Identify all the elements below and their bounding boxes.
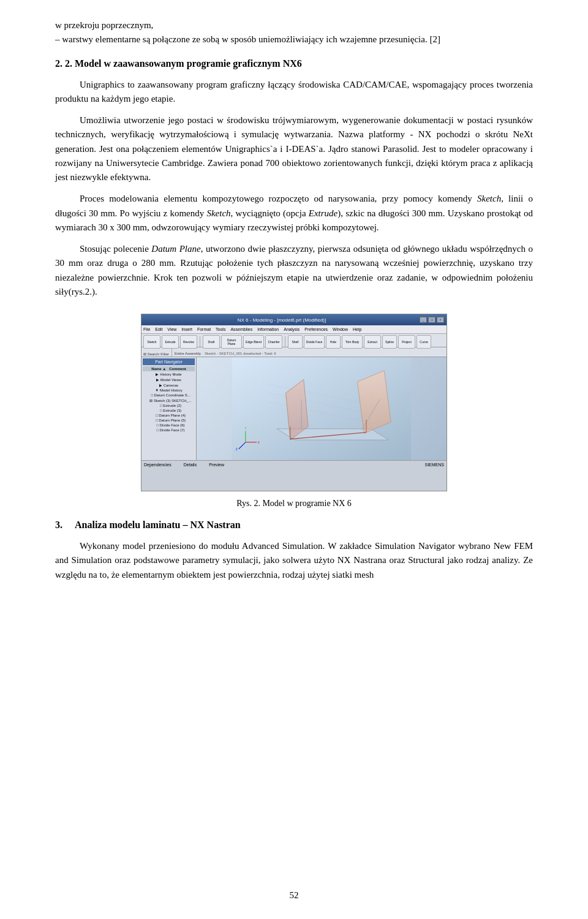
nx-menu-preferences: Preferences xyxy=(304,327,328,331)
nx-sidebar-item-2: ▶ Model Views xyxy=(143,377,195,382)
section2-number: 2. xyxy=(55,58,65,69)
nx-menu-window: Window xyxy=(333,327,348,331)
svg-text:Z: Z xyxy=(236,447,238,451)
nx-search-label: ⊞ Search↑Filter xyxy=(143,352,169,356)
figure-2-caption: Rys. 2. Model w programie NX 6 xyxy=(55,499,533,509)
nx-tool-chamfer: Chamfer xyxy=(265,335,282,349)
sketch-italic-1: Sketch xyxy=(477,194,501,203)
nx-sidebar-item-6: ⊞ Sketch (3) SKETCH_... xyxy=(143,398,195,403)
nx-sidebar: Part Navigator Name ▲ Comment ▶ History … xyxy=(141,357,197,460)
section2-para1-block: Unigraphics to zaawansowany program graf… xyxy=(55,78,533,107)
nx-siemens-label: SIEMENS xyxy=(424,463,444,467)
nx-details-text: Details xyxy=(184,463,197,467)
nx-sidebar-header: Part Navigator xyxy=(143,358,195,365)
nx-tool-spline: Spline xyxy=(382,335,397,349)
nx-entire-assembly-label: Entire Assembly xyxy=(175,352,201,355)
extrude-italic: Extrude xyxy=(309,208,337,218)
nx-menu-file: File xyxy=(143,327,150,331)
section2-para4: Stosując polecenie Datum Plane, utworzon… xyxy=(55,242,533,299)
nx-sidebar-item-9: □ Datum Plane (4) xyxy=(143,413,195,418)
nx-tool-trimbody: Trim Body xyxy=(342,335,363,349)
section3-para1: Wykonany model przeniesiono do modułu Ad… xyxy=(55,539,533,582)
section2-heading: 2. 2. Model w zaawansowanym programie gr… xyxy=(55,58,533,69)
section2-para1-text: Unigraphics to zaawansowany program graf… xyxy=(55,80,533,104)
section2-para3: Proces modelowania elementu kompozytoweg… xyxy=(55,192,533,235)
svg-text:Y: Y xyxy=(244,426,247,430)
nx-status-text: Dependencies xyxy=(144,463,172,467)
nx-sidebar-item-12: □ Divide Face (7) xyxy=(143,428,195,433)
nx-maximize-btn: □ xyxy=(428,317,435,323)
section2-para2: Umożliwia utworzenie jego postaci w środ… xyxy=(55,113,533,184)
nx-sidebar-item-1: ▶ History Mode xyxy=(143,371,195,377)
nx-tool-draft: Draft xyxy=(203,335,220,349)
nx-tool-dividef: Divide Face xyxy=(304,335,325,349)
nx-sidebar-item-7: □ Extrude (2) xyxy=(143,403,195,408)
page: w przekroju poprzecznym, – warstwy eleme… xyxy=(0,0,588,919)
nx-title-text: NX 6 - Modeling - [model6.prt (Modified)… xyxy=(144,317,420,323)
nx-viewport: X Y Z xyxy=(197,357,447,460)
section2-para1: Unigraphics to zaawansowany program graf… xyxy=(55,78,533,107)
figure-2-container: NX 6 - Modeling - [model6.prt (Modified)… xyxy=(55,314,533,509)
section3-para1-block: Wykonany model przeniesiono do modułu Ad… xyxy=(55,539,533,582)
nx-3d-view: X Y Z xyxy=(197,357,447,460)
section2-title: 2. Model w zaawansowanym programie grafi… xyxy=(65,58,302,69)
nx-menu-information: Information xyxy=(257,327,279,331)
nx-sidebar-item-11: □ Divide Face (6) xyxy=(143,423,195,428)
nx-sketch-info: Sketch - SKETCH_001 deselected - Total: … xyxy=(205,352,276,355)
nx-sidebar-item-0: Name ▲ Comment xyxy=(143,366,195,371)
sketch-italic-2: Sketch xyxy=(206,208,230,218)
nx-tool-project: Project xyxy=(398,335,415,349)
nx-content-area: Part Navigator Name ▲ Comment ▶ History … xyxy=(141,357,447,460)
datum-plane-italic: Datum Plane xyxy=(151,244,200,254)
nx-menu-view: View xyxy=(167,327,176,331)
intro-block: w przekroju poprzecznym, – warstwy eleme… xyxy=(55,18,533,47)
nx-menu-edit: Edit xyxy=(155,327,162,331)
nx-preview-text: Preview xyxy=(209,463,224,467)
page-number: 52 xyxy=(0,890,588,901)
nx-tool-revolve: Revolve xyxy=(180,335,197,349)
svg-text:X: X xyxy=(258,441,260,444)
nx-tool-datumplane: Datum Plane xyxy=(221,335,242,349)
nx-close-btn: × xyxy=(437,317,444,323)
nx-sidebar-item-10: □ Datum Plane (5) xyxy=(143,418,195,423)
nx-menu-help: Help xyxy=(353,327,361,331)
nx-sidebar-item-5: □ Datum Coordinate S... xyxy=(143,393,195,398)
nx-tool-extrude: Extrude xyxy=(162,335,179,349)
section2-para3-block: Proces modelowania elementu kompozytoweg… xyxy=(55,192,533,235)
figure-2-image: NX 6 - Modeling - [model6.prt (Modified)… xyxy=(141,314,447,491)
section3-number: 3. xyxy=(55,520,67,531)
nx-sidebar-item-8: □ Extrude (3) xyxy=(143,408,195,413)
nx-toolbar-2: ⊞ Search↑Filter Entire Assembly Sketch -… xyxy=(141,347,447,357)
nx-status-bar: Dependencies Details Preview SIEMENS xyxy=(141,460,447,469)
nx-menu-tools: Tools xyxy=(216,327,225,331)
nx-menu-insert: Insert xyxy=(181,327,192,331)
section2-para2-block: Umożliwia utworzenie jego postaci w środ… xyxy=(55,113,533,184)
nx-tool-edgeblend: Edge Blend xyxy=(243,335,264,349)
nx-sidebar-item-4: ▼ Model History xyxy=(143,388,195,393)
intro-line-2: – warstwy elementarne są połączone ze so… xyxy=(55,32,533,47)
nx-tool-shell: Shell xyxy=(288,335,303,349)
nx-tool-sketch: Sketch xyxy=(143,335,160,349)
nx-toolbar-sep-2 xyxy=(285,336,285,347)
nx-menubar: File Edit View Insert Format Tools Assem… xyxy=(141,325,447,334)
nx-minimize-btn: _ xyxy=(420,317,427,323)
nx-tool-curve: Curve xyxy=(417,335,431,349)
nx-menu-assemblies: Assemblies xyxy=(230,327,252,331)
nx-titlebar-buttons: _ □ × xyxy=(420,317,444,323)
nx-tool-hole: Hole xyxy=(326,335,341,349)
nx-sidebar-item-3: ▶ Cameras xyxy=(143,382,195,388)
section3-title: Analiza modelu laminatu – NX Nastran xyxy=(75,520,241,531)
nx-toolbar-sep-1 xyxy=(200,336,200,347)
section3-heading-row: 3. Analiza modelu laminatu – NX Nastran xyxy=(55,520,533,531)
nx-titlebar: NX 6 - Modeling - [model6.prt (Modified)… xyxy=(141,314,447,325)
nx-window: NX 6 - Modeling - [model6.prt (Modified)… xyxy=(141,314,447,491)
nx-tool-extract: Extract xyxy=(364,335,381,349)
intro-line-1: w przekroju poprzecznym, xyxy=(55,18,533,32)
section2-para4-block: Stosując polecenie Datum Plane, utworzon… xyxy=(55,242,533,299)
nx-menu-format: Format xyxy=(197,327,211,331)
nx-toolbar-1: Sketch Extrude Revolve Draft Datum Plane… xyxy=(141,334,447,347)
nx-menu-analysis: Analysis xyxy=(284,327,300,331)
